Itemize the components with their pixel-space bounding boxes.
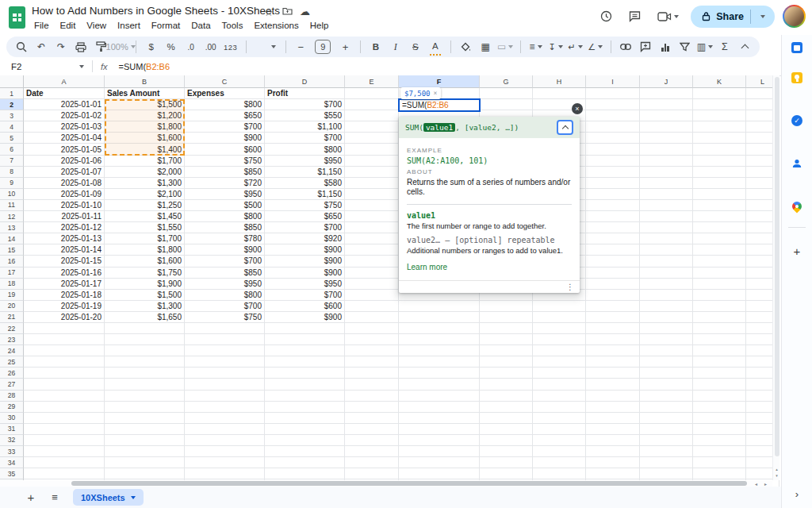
cell-D17[interactable]: $900 [265, 267, 345, 279]
more-formats-button[interactable]: 123 [225, 39, 236, 55]
cell-I27[interactable] [586, 379, 640, 390]
cell-D35[interactable] [265, 468, 345, 479]
cell-K7[interactable] [693, 156, 746, 167]
cell-I9[interactable] [586, 178, 640, 189]
scroll-down-icon[interactable]: ▾ [773, 472, 780, 479]
cell-J21[interactable] [640, 312, 693, 323]
cell-E9[interactable] [345, 178, 399, 189]
cell-I23[interactable] [586, 334, 640, 345]
cell-B33[interactable] [105, 446, 185, 457]
cell-E6[interactable] [345, 144, 399, 155]
collapse-help-button[interactable] [557, 120, 573, 135]
cell-A11[interactable]: 2025-01-10 [24, 200, 105, 211]
row-header-24[interactable]: 24 [0, 345, 24, 356]
cell-H33[interactable] [533, 446, 586, 457]
cell-I18[interactable] [586, 279, 640, 290]
cell-G24[interactable] [480, 345, 533, 356]
comments-icon[interactable] [624, 6, 645, 27]
row-header-1[interactable]: 1 [0, 88, 24, 99]
star-icon[interactable]: ☆ [264, 6, 274, 18]
cell-C28[interactable] [185, 391, 265, 402]
cell-E14[interactable] [345, 233, 399, 244]
cell-C9[interactable]: $720 [185, 178, 265, 189]
cell-A22[interactable] [24, 323, 105, 334]
paint-format-icon[interactable] [95, 39, 106, 55]
strikethrough-button[interactable]: S [410, 39, 421, 55]
cell-K28[interactable] [693, 391, 746, 402]
cell-A34[interactable] [24, 457, 105, 468]
row-header-5[interactable]: 5 [0, 133, 24, 144]
cell-B16[interactable]: $1,600 [105, 256, 185, 267]
cell-F34[interactable] [399, 457, 480, 468]
cell-F26[interactable] [399, 368, 480, 379]
cell-E1[interactable] [345, 88, 399, 99]
cell-A31[interactable] [24, 424, 105, 435]
cell-E17[interactable] [345, 267, 399, 279]
print-icon[interactable] [75, 39, 86, 55]
cell-E35[interactable] [345, 468, 399, 479]
row-header-13[interactable]: 13 [0, 222, 24, 233]
cell-K2[interactable] [693, 99, 746, 110]
cell-K12[interactable] [693, 211, 746, 222]
text-color-button[interactable]: A [430, 38, 441, 56]
cell-H25[interactable] [533, 356, 586, 368]
meet-dropdown-icon[interactable] [674, 15, 679, 18]
cell-K14[interactable] [693, 233, 746, 244]
cell-G33[interactable] [480, 446, 533, 457]
horizontal-scrollbar[interactable]: ◂ ▸ [0, 480, 772, 487]
cell-B31[interactable] [105, 424, 185, 435]
cell-I20[interactable] [586, 301, 640, 312]
cell-I15[interactable] [586, 244, 640, 256]
cell-K10[interactable] [693, 189, 746, 200]
cell-B11[interactable]: $1,250 [105, 200, 185, 211]
insert-link-icon[interactable] [620, 39, 631, 55]
vertical-scrollbar-thumb[interactable] [775, 77, 779, 456]
sheet-tab-dropdown-icon[interactable] [131, 496, 136, 499]
cell-G20[interactable] [480, 301, 533, 312]
column-header-C[interactable]: C [185, 75, 265, 88]
cell-C20[interactable]: $700 [185, 301, 265, 312]
cell-A7[interactable]: 2025-01-06 [24, 156, 105, 167]
cell-D8[interactable]: $1,150 [265, 167, 345, 178]
cell-K17[interactable] [693, 267, 746, 279]
move-folder-icon[interactable] [282, 6, 293, 18]
cell-A6[interactable]: 2025-01-05 [24, 144, 105, 155]
add-sheet-button[interactable]: + [22, 491, 40, 504]
cell-J12[interactable] [640, 211, 693, 222]
cell-B15[interactable]: $1,800 [105, 244, 185, 256]
calendar-icon[interactable] [791, 41, 803, 54]
cell-J25[interactable] [640, 356, 693, 368]
cell-E2[interactable] [345, 99, 399, 110]
cell-A35[interactable] [24, 468, 105, 479]
zoom-select[interactable]: 100% [115, 39, 126, 55]
cell-A23[interactable] [24, 334, 105, 345]
cell-D24[interactable] [265, 345, 345, 356]
cell-J6[interactable] [640, 144, 693, 155]
cell-D22[interactable] [265, 323, 345, 334]
cell-D7[interactable]: $950 [265, 156, 345, 167]
row-header-20[interactable]: 20 [0, 301, 24, 312]
scroll-left-icon[interactable]: ◂ [752, 480, 760, 487]
cell-E32[interactable] [345, 435, 399, 446]
cell-D4[interactable]: $1,100 [265, 121, 345, 133]
formula-input[interactable]: =SUM(B2:B6 [119, 62, 170, 71]
cell-J10[interactable] [640, 189, 693, 200]
cell-A27[interactable] [24, 379, 105, 390]
share-dropdown-icon[interactable] [760, 15, 765, 18]
horizontal-scrollbar-thumb[interactable] [71, 481, 747, 486]
cell-C33[interactable] [185, 446, 265, 457]
cell-C5[interactable]: $900 [185, 133, 265, 144]
cell-A8[interactable]: 2025-01-07 [24, 167, 105, 178]
cloud-status-icon[interactable]: ☁ [300, 6, 310, 17]
cell-F28[interactable] [399, 391, 480, 402]
cell-C27[interactable] [185, 379, 265, 390]
cell-D28[interactable] [265, 391, 345, 402]
cell-H31[interactable] [533, 424, 586, 435]
cell-E31[interactable] [345, 424, 399, 435]
cell-A2[interactable]: 2025-01-01 [24, 99, 105, 110]
cell-G23[interactable] [480, 334, 533, 345]
cell-J16[interactable] [640, 256, 693, 267]
cell-K24[interactable] [693, 345, 746, 356]
cell-E12[interactable] [345, 211, 399, 222]
column-header-F[interactable]: F [399, 75, 480, 88]
